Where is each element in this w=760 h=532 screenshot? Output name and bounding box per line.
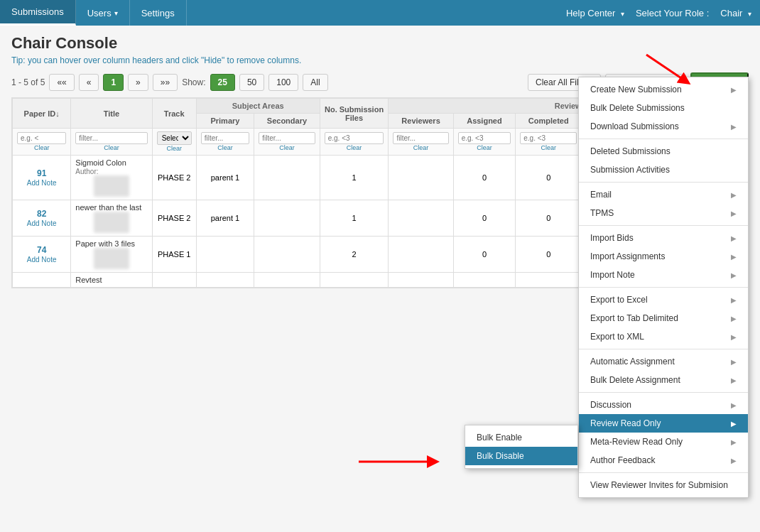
pagination-page[interactable]: 1 xyxy=(103,74,124,91)
menu-deleted-submissions[interactable]: Deleted Submissions xyxy=(579,142,748,161)
secondary-74 xyxy=(254,237,320,273)
th-title: Title xyxy=(71,99,152,129)
avatar-82 xyxy=(94,212,129,233)
track-82: PHASE 2 xyxy=(152,200,196,237)
files-91: 1 xyxy=(320,156,389,200)
clear-paper-id[interactable]: Clear xyxy=(17,144,66,151)
nav-settings[interactable]: Settings xyxy=(130,0,187,26)
paper-id-74[interactable]: 74 xyxy=(37,245,46,255)
nav-right: Help Center ▾ Select Your Role : Chair ▾ xyxy=(558,0,760,26)
clear-files[interactable]: Clear xyxy=(325,144,384,151)
filter-title[interactable] xyxy=(75,132,147,144)
menu-import-assignments[interactable]: Import Assignments ▶ xyxy=(579,247,748,266)
primary-91: parent 1 xyxy=(196,156,254,200)
menu-divider-1 xyxy=(579,139,748,139)
paper-id-91[interactable]: 91 xyxy=(37,168,46,178)
th-assigned: Assigned xyxy=(453,114,516,129)
filter-assigned[interactable] xyxy=(458,132,511,144)
top-navigation: Submissions Users ▾ Settings Help Center… xyxy=(0,0,760,26)
menu-email[interactable]: Email ▶ xyxy=(579,185,748,204)
th-track: Track xyxy=(152,99,196,129)
nav-chair[interactable]: Chair ▾ xyxy=(720,8,751,18)
nav-left: Submissions Users ▾ Settings xyxy=(0,0,187,26)
clear-title[interactable]: Clear xyxy=(75,144,147,151)
th-paper-id: Paper ID↓ xyxy=(13,99,71,129)
completed-91: 0 xyxy=(516,156,582,200)
title-revtest: Revtest xyxy=(75,276,102,284)
nav-users[interactable]: Users ▾ xyxy=(76,0,130,26)
users-dropdown-icon: ▾ xyxy=(114,9,118,17)
clear-secondary[interactable]: Clear xyxy=(259,144,315,151)
pagination-first[interactable]: «« xyxy=(49,74,74,91)
add-note-91[interactable]: Add Note xyxy=(27,179,57,187)
pagination-next[interactable]: » xyxy=(128,74,148,91)
menu-arrow-import-note: ▶ xyxy=(731,271,737,279)
files-74: 2 xyxy=(320,237,389,273)
completed-74: 0 xyxy=(516,237,582,273)
track-74: PHASE 1 xyxy=(152,237,196,273)
secondary-91 xyxy=(254,156,320,200)
menu-bulk-delete-submissions[interactable]: Bulk Delete Submissions xyxy=(579,99,748,117)
clear-completed[interactable]: Clear xyxy=(520,144,577,151)
menu-download-submissions[interactable]: Download Submissions ▶ xyxy=(579,117,748,136)
nav-help-center[interactable]: Help Center ▾ xyxy=(566,8,624,18)
paper-id-82[interactable]: 82 xyxy=(37,209,46,219)
menu-arrow-export-excel: ▶ xyxy=(731,296,737,298)
menu-arrow-import-bids: ▶ xyxy=(731,234,737,242)
secondary-82 xyxy=(254,200,320,237)
filter-secondary[interactable] xyxy=(259,132,315,144)
filter-reviewers[interactable] xyxy=(393,132,448,144)
clear-assigned[interactable]: Clear xyxy=(458,144,511,151)
filter-track[interactable]: Select xyxy=(157,131,192,145)
secondary-revtest xyxy=(254,273,320,288)
author-91: Author: xyxy=(75,168,98,175)
paper-id-revtest xyxy=(13,273,71,288)
completed-revtest xyxy=(516,273,582,288)
primary-74 xyxy=(196,237,254,273)
add-note-82[interactable]: Add Note xyxy=(27,219,57,227)
menu-import-note[interactable]: Import Note ▶ xyxy=(579,266,748,284)
title-82: newer than the last xyxy=(75,203,141,212)
filter-primary[interactable] xyxy=(201,132,250,144)
menu-divider-2 xyxy=(579,182,748,183)
svg-line-1 xyxy=(646,55,685,81)
assigned-revtest xyxy=(453,273,516,288)
show-all[interactable]: All xyxy=(303,74,327,91)
files-revtest xyxy=(320,273,389,288)
pagination-prev[interactable]: « xyxy=(79,74,99,91)
page-title: Chair Console xyxy=(11,34,749,53)
menu-export-excel[interactable]: Export to Excel ▶ xyxy=(579,291,748,297)
menu-divider-4 xyxy=(579,287,748,288)
show-100[interactable]: 100 xyxy=(268,74,298,91)
clear-primary[interactable]: Clear xyxy=(201,144,250,151)
pagination-last[interactable]: »» xyxy=(153,74,178,91)
th-group-subject-areas: Subject Areas xyxy=(196,99,320,114)
help-dropdown-icon: ▾ xyxy=(621,10,624,18)
menu-arrow-create: ▶ xyxy=(731,86,737,94)
th-primary: Primary xyxy=(196,114,254,129)
show-50[interactable]: 50 xyxy=(239,74,264,91)
filter-files[interactable] xyxy=(325,132,384,144)
assigned-74: 0 xyxy=(453,237,516,273)
clear-track[interactable]: Clear xyxy=(157,145,192,152)
actions-dropdown-menu: Create New Submission ▶ Bulk Delete Subm… xyxy=(578,77,749,297)
avatar-91 xyxy=(94,175,129,197)
nav-submissions[interactable]: Submissions xyxy=(0,0,76,26)
track-91: PHASE 2 xyxy=(152,156,196,200)
show-label: Show: xyxy=(182,77,205,87)
menu-submission-activities[interactable]: Submission Activities xyxy=(579,161,748,179)
th-no-files: No. Submission Files xyxy=(320,99,389,129)
add-note-74[interactable]: Add Note xyxy=(27,256,57,264)
avatar-74 xyxy=(94,248,129,269)
tip-text: Tip: you can hover over column headers a… xyxy=(11,55,749,65)
th-reviewers: Reviewers xyxy=(389,114,453,129)
show-25[interactable]: 25 xyxy=(210,74,235,91)
menu-arrow-import-assignments: ▶ xyxy=(731,253,737,261)
filter-completed[interactable] xyxy=(520,132,577,144)
clear-reviewers[interactable]: Clear xyxy=(393,144,448,151)
menu-tpms[interactable]: TPMS ▶ xyxy=(579,204,748,222)
filter-paper-id[interactable] xyxy=(17,132,66,144)
menu-arrow-tpms: ▶ xyxy=(731,210,737,217)
menu-import-bids[interactable]: Import Bids ▶ xyxy=(579,229,748,247)
reviewers-91 xyxy=(389,156,453,200)
